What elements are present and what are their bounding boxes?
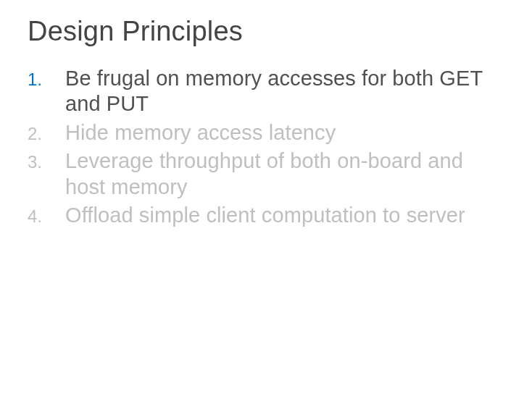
- principles-list: 1. Be frugal on memory accesses for both…: [28, 66, 504, 228]
- list-text: Hide memory access latency: [65, 120, 504, 146]
- list-number: 2.: [28, 120, 65, 145]
- list-item: 4. Offload simple client computation to …: [28, 203, 504, 228]
- list-number: 3.: [28, 148, 65, 173]
- list-number: 1.: [28, 66, 65, 91]
- slide-title: Design Principles: [28, 16, 504, 47]
- list-item: 2. Hide memory access latency: [28, 120, 504, 146]
- list-text: Offload simple client computation to ser…: [65, 203, 504, 228]
- list-number: 4.: [28, 203, 65, 227]
- list-text: Be frugal on memory accesses for both GE…: [65, 66, 504, 117]
- list-item: 1. Be frugal on memory accesses for both…: [28, 66, 504, 117]
- list-text: Leverage throughput of both on-board and…: [65, 148, 504, 200]
- list-item: 3. Leverage throughput of both on-board …: [28, 148, 504, 200]
